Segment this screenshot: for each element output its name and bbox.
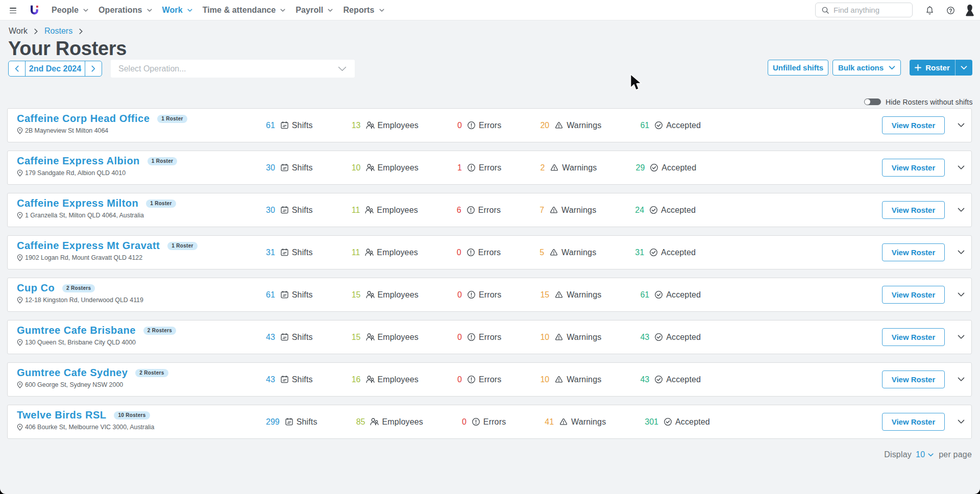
view-roster-button[interactable]: View Roster (882, 286, 945, 304)
roster-card-title[interactable]: Caffeine Corp Head Office (17, 113, 150, 125)
shifts-count: 30 (266, 206, 275, 215)
calendar-icon (280, 290, 289, 299)
main-nav: PeopleOperationsWorkTime & attendancePay… (52, 0, 384, 20)
expand-roster-button[interactable] (955, 193, 967, 227)
nav-item-label: Work (162, 6, 183, 15)
error-icon (467, 290, 476, 299)
operation-select[interactable]: Select Operation... (111, 60, 355, 78)
hide-rosters-toggle[interactable] (864, 98, 881, 105)
add-roster-caret-button[interactable] (955, 60, 972, 76)
error-icon (467, 206, 475, 214)
expand-roster-button[interactable] (955, 236, 967, 269)
expand-roster-button[interactable] (955, 151, 967, 184)
stat-warnings: 5 Warnings (540, 248, 596, 257)
stat-employees: 85 Employees (356, 417, 423, 427)
nav-item-time-attendance[interactable]: Time & attendance (203, 6, 286, 15)
expand-roster-button[interactable] (955, 278, 967, 311)
warnings-label: Warnings (561, 248, 596, 257)
view-roster-button[interactable]: View Roster (882, 201, 945, 219)
chevron-down-icon (958, 335, 965, 339)
operation-select-placeholder: Select Operation... (118, 64, 338, 73)
roster-card: Caffeine Express Albion 1 Roster 179 San… (7, 151, 972, 185)
nav-item-payroll[interactable]: Payroll (296, 6, 333, 15)
stat-errors: 0 Errors (457, 248, 501, 257)
user-avatar[interactable] (966, 0, 974, 20)
errors-count: 0 (457, 248, 461, 257)
stat-shifts: 299 Shifts (266, 417, 317, 427)
employees-label: Employees (377, 248, 418, 257)
unfilled-shifts-button[interactable]: Unfilled shifts (768, 60, 828, 76)
stat-accepted: 24 Accepted (635, 206, 696, 215)
roster-card-title[interactable]: Cup Co (17, 282, 55, 294)
stat-employees: 16 Employees (352, 375, 419, 384)
stat-employees: 13 Employees (352, 121, 419, 130)
view-roster-button[interactable]: View Roster (882, 328, 945, 346)
calendar-icon (280, 206, 289, 214)
calendar-icon (280, 375, 289, 384)
employees-count: 10 (352, 163, 361, 172)
shifts-label: Shifts (292, 206, 313, 215)
roster-count-badge: 1 Roster (148, 157, 177, 165)
search-input[interactable] (834, 6, 905, 14)
chevron-down-icon (889, 66, 895, 70)
per-page-select[interactable]: 10 (916, 450, 934, 459)
next-date-button[interactable] (85, 61, 102, 76)
stat-warnings: 10 Warnings (540, 333, 601, 342)
map-pin-icon (17, 381, 23, 388)
expand-roster-button[interactable] (955, 363, 967, 396)
add-roster-button[interactable]: Roster (910, 60, 955, 76)
roster-stats: 30 Shifts 11 Employees (266, 193, 696, 227)
view-roster-button[interactable]: View Roster (882, 116, 945, 134)
roster-address: 130 Queen St, Brisbane City QLD 4000 (17, 339, 136, 346)
breadcrumb: Work Rosters (9, 27, 83, 36)
map-pin-icon (17, 254, 23, 261)
breadcrumb-work[interactable]: Work (9, 27, 28, 36)
nav-item-operations[interactable]: Operations (99, 6, 152, 15)
chevron-right-icon (91, 65, 95, 72)
roster-card-title[interactable]: Caffeine Express Milton (17, 197, 138, 209)
prev-date-button[interactable] (9, 61, 26, 76)
nav-item-reports[interactable]: Reports (343, 6, 384, 15)
notifications-button[interactable] (926, 0, 934, 20)
accepted-count: 24 (635, 206, 644, 215)
employees-count: 15 (352, 290, 361, 300)
current-date[interactable]: 2nd Dec 2024 (26, 61, 85, 76)
roster-card-title[interactable]: Caffeine Express Albion (17, 155, 140, 167)
roster-card-title[interactable]: Caffeine Express Mt Gravatt (17, 240, 160, 252)
view-roster-button[interactable]: View Roster (882, 413, 945, 431)
expand-roster-button[interactable] (955, 320, 967, 354)
accepted-count: 29 (635, 163, 645, 172)
shifts-count: 61 (266, 290, 275, 300)
nav-item-work[interactable]: Work (162, 6, 192, 15)
expand-roster-button[interactable] (955, 109, 967, 142)
roster-address-text: 406 Bourke St, Melbourne VIC 3000, Austr… (25, 424, 154, 431)
stat-errors: 0 Errors (457, 375, 501, 384)
nav-item-people[interactable]: People (52, 6, 88, 15)
employees-count: 11 (352, 206, 360, 215)
view-roster-button[interactable]: View Roster (882, 159, 945, 177)
employees-count: 15 (352, 333, 361, 342)
pagination: Display 10 per page (884, 450, 972, 459)
view-roster-button[interactable]: View Roster (882, 243, 945, 261)
breadcrumb-chevron-icon (34, 29, 38, 34)
roster-card-title[interactable]: Twelve Birds RSL (17, 409, 106, 421)
errors-count: 0 (457, 333, 462, 342)
employees-count: 16 (352, 375, 361, 384)
hamburger-menu-icon[interactable] (10, 8, 16, 13)
expand-roster-button[interactable] (955, 405, 967, 438)
roster-card-title[interactable]: Gumtree Cafe Sydney (17, 367, 128, 379)
roster-card-title[interactable]: Gumtree Cafe Brisbane (17, 325, 136, 336)
roster-address: 406 Bourke St, Melbourne VIC 3000, Austr… (17, 424, 154, 431)
roster-card: Caffeine Express Milton 1 Roster 1 Granz… (7, 193, 972, 227)
bulk-actions-button[interactable]: Bulk actions (832, 60, 901, 76)
employees-count: 85 (356, 417, 365, 427)
view-roster-button[interactable]: View Roster (882, 370, 945, 388)
accepted-count: 31 (635, 248, 644, 257)
stat-accepted: 61 Accepted (640, 290, 701, 300)
stat-warnings: 7 Warnings (540, 206, 596, 215)
breadcrumb-rosters[interactable]: Rosters (44, 27, 72, 36)
global-search[interactable] (815, 3, 913, 17)
workforce-logo[interactable] (30, 5, 39, 17)
per-page-label: per page (939, 450, 972, 459)
help-button[interactable] (947, 0, 954, 20)
